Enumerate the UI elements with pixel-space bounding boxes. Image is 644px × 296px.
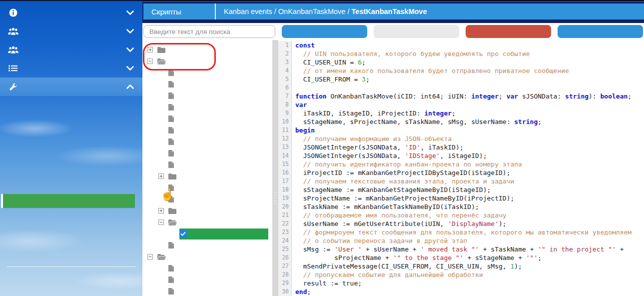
create-button[interactable] xyxy=(282,25,367,38)
line-number: 11 xyxy=(278,126,291,134)
sidebar-section-conferences[interactable] xyxy=(0,40,142,59)
sidebar-section-users[interactable] xyxy=(0,22,142,40)
tree-node[interactable] xyxy=(142,286,272,296)
tree-node[interactable] xyxy=(142,251,272,262)
delete-button[interactable] xyxy=(466,25,551,38)
sidebar-item-subscriptions[interactable] xyxy=(0,270,142,284)
sidebar-section-rights-management[interactable] xyxy=(0,59,142,78)
file-icon xyxy=(168,276,178,283)
tree-node[interactable] xyxy=(142,67,272,78)
sidebar-item-settings-templates[interactable] xyxy=(0,284,142,296)
code-line: sProjectName := mKanbanGetProjectNameByI… xyxy=(295,194,644,202)
tree-node[interactable] xyxy=(142,194,272,205)
folder-open-icon xyxy=(168,220,178,226)
action-buttons xyxy=(282,25,644,38)
line-number: 17 xyxy=(278,177,291,186)
collapse-toggle[interactable] xyxy=(158,220,168,225)
tree-node[interactable] xyxy=(142,56,272,67)
tree-node[interactable] xyxy=(142,240,272,251)
file-icon xyxy=(168,196,178,202)
chev-down-icon xyxy=(124,48,136,52)
sidebar-item-updates[interactable] xyxy=(0,180,142,194)
tree-node[interactable] xyxy=(142,102,272,113)
tree-node[interactable] xyxy=(142,78,272,90)
code-editor[interactable]: 1234567891011121314151617181920212223242… xyxy=(278,40,644,296)
check-button[interactable] xyxy=(558,25,643,38)
code-area: const // UIN пользователя, которого буде… xyxy=(292,41,644,296)
line-number: 27 xyxy=(278,262,291,270)
file-icon xyxy=(168,127,178,134)
app-window: Скрипты Kanban events / OnKanbanTaskMove… xyxy=(0,0,644,296)
search-input[interactable] xyxy=(143,25,275,38)
sidebar-item-integration[interactable] xyxy=(0,110,142,124)
file-icon xyxy=(168,288,178,294)
sidebar-item-forum[interactable] xyxy=(0,250,142,264)
code-line: iProjectID := mKanbanGetProjectIDByStage… xyxy=(295,168,644,177)
collapse-toggle[interactable] xyxy=(147,254,157,260)
collapse-toggle[interactable] xyxy=(147,58,157,64)
sidebar-menu xyxy=(0,1,142,296)
sidebar-item-scripts[interactable] xyxy=(1,194,135,208)
folder-open-icon xyxy=(157,254,167,260)
line-number: 16 xyxy=(278,168,291,177)
info-icon xyxy=(7,8,19,17)
tree-node[interactable] xyxy=(142,90,272,102)
code-line: iTaskID, iStageID, iProjectID: integer; xyxy=(295,109,644,118)
line-number: 6 xyxy=(278,84,291,92)
expand-toggle[interactable] xyxy=(147,47,157,52)
code-line: sTaskName := mKanbanGetTaskNameByID(iTas… xyxy=(295,202,644,211)
save-button[interactable] xyxy=(374,25,459,38)
sidebar-section-mychat-server[interactable] xyxy=(0,4,142,22)
sidebar-item-user-menus[interactable] xyxy=(0,236,142,250)
line-number: 9 xyxy=(278,109,291,118)
line-number: 21 xyxy=(278,211,291,220)
code-line: CI_USER_FROM = 3; xyxy=(295,75,644,84)
sidebar-item-server-transfer[interactable] xyxy=(0,222,142,236)
tree-node[interactable] xyxy=(142,216,272,228)
line-number: 4 xyxy=(278,66,291,75)
file-icon xyxy=(168,92,178,99)
expand-toggle[interactable] xyxy=(158,174,168,179)
sidebar-section-tools[interactable] xyxy=(0,78,142,96)
tree-node[interactable] xyxy=(142,170,272,182)
line-number: 5 xyxy=(278,75,291,84)
tree-node[interactable] xyxy=(142,262,272,274)
expand-toggle[interactable] xyxy=(158,208,168,214)
sidebar-item-restart[interactable] xyxy=(0,208,142,222)
sidebar-divider xyxy=(7,266,136,267)
sidebar-item-mychat-guest[interactable] xyxy=(0,124,142,138)
tree-node[interactable] xyxy=(142,44,272,56)
tree-node[interactable] xyxy=(142,124,272,136)
line-number: 10 xyxy=(278,118,291,126)
code-line: // от имени какого пользователя будет от… xyxy=(295,66,644,75)
file-icon xyxy=(168,81,178,88)
tree-node[interactable] xyxy=(142,113,272,124)
line-number: 30 xyxy=(278,288,291,296)
tree-node[interactable] xyxy=(142,148,272,159)
sidebar-item-port-test[interactable] xyxy=(0,96,142,110)
line-number: 29 xyxy=(278,279,291,288)
tree-node[interactable] xyxy=(142,228,272,240)
tree-node[interactable] xyxy=(142,182,272,194)
tree-node[interactable] xyxy=(142,159,272,170)
panel-splitter[interactable] xyxy=(272,40,278,296)
tree-node[interactable] xyxy=(142,205,272,216)
tab-scripts[interactable]: Скрипты xyxy=(143,8,215,16)
tree-node[interactable] xyxy=(142,274,272,286)
sidebar-item-web-support[interactable] xyxy=(0,138,142,152)
file-icon xyxy=(168,162,178,168)
chev-down-icon xyxy=(124,29,136,34)
line-number: 1 xyxy=(278,41,291,50)
file-icon xyxy=(168,138,178,145)
line-number: 26 xyxy=(278,254,291,262)
line-number: 13 xyxy=(278,143,291,152)
line-number: 14 xyxy=(278,152,291,160)
code-line: sUserName := mGetUserAttribute(iUIN, 'Di… xyxy=(295,220,644,228)
main-area: Скрипты Kanban events / OnKanbanTaskMove… xyxy=(142,0,644,296)
line-number: 19 xyxy=(278,194,291,202)
sidebar-item-bulletin-board[interactable] xyxy=(0,166,142,180)
checked-checkbox-icon[interactable] xyxy=(179,230,189,238)
tree-node[interactable] xyxy=(142,136,272,148)
code-line: JSONGetInteger(sJSONData, 'IDStage', iSt… xyxy=(295,152,644,160)
sidebar-item-protocols-view[interactable] xyxy=(0,152,142,166)
